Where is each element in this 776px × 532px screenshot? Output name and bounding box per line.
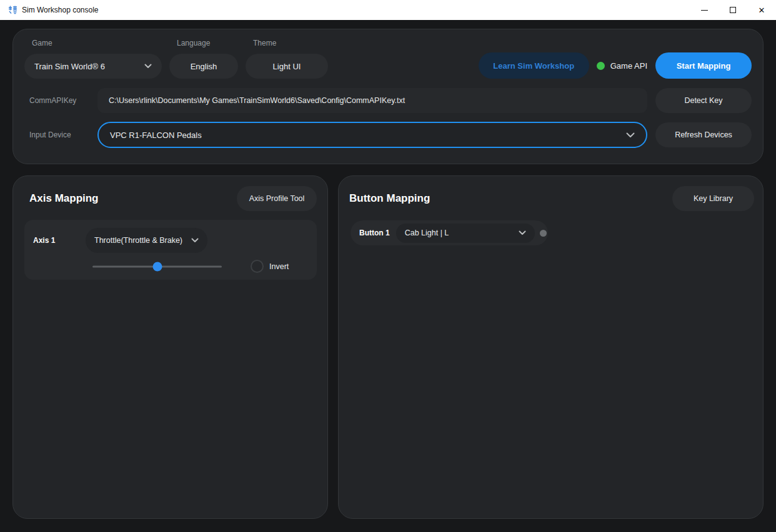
button-1-indicator-dot [540,230,547,237]
invert-label: Invert [269,262,289,271]
language-label: Language [177,39,238,47]
comm-api-key-input[interactable] [97,88,647,113]
refresh-devices-button[interactable]: Refresh Devices [655,122,752,147]
game-label: Game [32,39,162,47]
start-mapping-button[interactable]: Start Mapping [655,52,752,79]
game-field: Game Train Sim World® 6 [24,39,162,79]
axis-profile-tool-button[interactable]: Axis Profile Tool [237,186,317,211]
button-1-key-value: Cab Light | L [405,229,449,237]
theme-label: Theme [253,39,328,47]
chevron-down-icon [626,132,635,138]
axis-mapping-title: Axis Mapping [29,192,99,205]
key-library-button[interactable]: Key Library [672,186,754,211]
close-button[interactable]: ✕ [747,0,776,20]
chevron-down-icon [144,64,152,69]
mapping-panels: Axis Mapping Axis Profile Tool Axis 1 Th… [12,175,764,519]
game-select-value: Train Sim World® 6 [34,62,105,71]
slider-thumb[interactable] [152,262,162,271]
input-device-value: VPC R1-FALCON Pedals [110,131,202,140]
axis-1-invert-toggle[interactable] [251,260,264,273]
maximize-icon [730,7,736,13]
minimize-icon [701,10,708,11]
window-title: Sim Workshop console [22,6,99,14]
close-icon: ✕ [759,6,765,14]
chevron-down-icon [519,230,526,235]
axis-1-slider[interactable] [92,262,222,272]
learn-sim-workshop-button[interactable]: Learn Sim Workshop [479,52,589,79]
app-icon [7,5,17,16]
input-device-select[interactable]: VPC R1-FALCON Pedals [97,122,647,148]
button-row: Button 1 Cab Light | L [351,220,548,245]
app-window: Sim Workshop console ✕ Game Train Sim Wo… [0,0,776,532]
game-select[interactable]: Train Sim World® 6 [24,54,162,79]
button-mapping-panel: Button Mapping Key Library Button 1 Cab … [338,175,764,519]
axis-1-label: Axis 1 [33,236,86,245]
axis-1-function-value: Throttle(Throttle & Brake) [94,236,182,245]
input-device-label: Input Device [24,131,97,139]
axis-mapping-panel: Axis Mapping Axis Profile Tool Axis 1 Th… [12,175,328,519]
settings-panel: Game Train Sim World® 6 Language English… [12,29,764,164]
theme-button[interactable]: Light UI [246,54,328,79]
comm-api-key-label: CommAPIKey [24,96,97,105]
language-button[interactable]: English [169,54,238,79]
language-field: Language English [169,39,238,79]
detect-key-button[interactable]: Detect Key [655,88,752,113]
axis-1-function-select[interactable]: Throttle(Throttle & Brake) [86,228,207,253]
theme-field: Theme Light UI [246,39,328,79]
game-api-label: Game API [610,61,647,71]
titlebar: Sim Workshop console ✕ [0,0,776,20]
window-controls: ✕ [690,0,776,20]
top-actions: Learn Sim Workshop Game API Start Mappin… [479,52,752,79]
button-mapping-title: Button Mapping [349,192,430,205]
maximize-button[interactable] [719,0,747,20]
button-1-label: Button 1 [359,229,390,237]
axis-row: Axis 1 Throttle(Throttle & Brake) Invert [24,220,317,280]
button-1-key-select[interactable]: Cab Light | L [396,224,535,243]
game-api-status-dot [597,62,605,70]
chevron-down-icon [191,238,199,243]
main-content: Game Train Sim World® 6 Language English… [0,20,776,532]
minimize-button[interactable] [690,0,719,20]
